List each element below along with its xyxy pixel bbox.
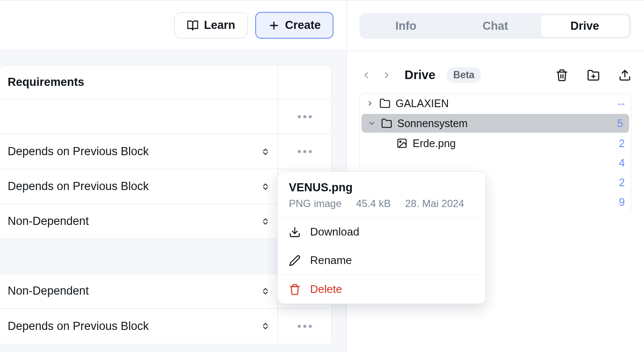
tree-item-count: 5 — [617, 117, 623, 130]
download-icon — [289, 226, 301, 238]
requirement-row: Depends on Previous Block — [0, 309, 331, 343]
requirement-label: Depends on Previous Block — [8, 180, 149, 193]
requirement-row — [0, 99, 331, 134]
svg-point-6 — [400, 141, 401, 142]
left-toolbar: Learn Create — [0, 0, 346, 51]
sort-icon[interactable] — [261, 146, 270, 157]
chevron-left-icon — [361, 70, 371, 80]
ctx-file-name: VENUS.png — [289, 181, 474, 194]
tree-item-count: -- — [618, 97, 625, 110]
nav-forward-button[interactable] — [380, 68, 393, 82]
tree-item-label: Sonnensystem — [397, 117, 467, 130]
tab-info[interactable]: Info — [362, 15, 450, 37]
ctx-download-label: Download — [310, 225, 359, 238]
trash-icon — [289, 284, 301, 295]
sort-icon[interactable] — [261, 321, 270, 332]
tree-folder[interactable]: GALAXIEN -- — [360, 94, 631, 113]
chevron-right-icon — [382, 70, 392, 80]
requirement-label: Depends on Previous Block — [8, 320, 149, 333]
chevron-right-icon — [366, 99, 374, 107]
more-icon — [298, 325, 312, 328]
tree-file[interactable]: 4 — [360, 153, 631, 173]
tree-folder[interactable]: Sonnensystem 5 — [362, 114, 629, 133]
ctx-delete-label: Delete — [310, 283, 342, 296]
tab-chat[interactable]: Chat — [451, 15, 539, 37]
tree-file[interactable]: Erde.png 2 — [360, 133, 631, 153]
right-tabs-wrap: Info Chat Drive — [347, 0, 644, 39]
tree-item-count: 9 — [619, 196, 625, 208]
nav-back-button[interactable] — [359, 68, 373, 82]
context-menu-header: VENUS.png PNG image 45.4 kB 28. Mai 2024 — [278, 172, 485, 218]
new-folder-button[interactable] — [587, 69, 600, 82]
more-icon — [298, 115, 312, 118]
requirements-header: Requirements — [0, 65, 331, 99]
learn-button[interactable]: Learn — [174, 12, 248, 38]
tab-drive[interactable]: Drive — [541, 15, 629, 37]
ctx-rename[interactable]: Rename — [278, 246, 485, 275]
requirement-label: Depends on Previous Block — [8, 145, 149, 158]
ctx-file-size: 45.4 kB — [356, 198, 390, 210]
beta-badge: Beta — [447, 67, 482, 83]
tree-item-count: 2 — [619, 137, 625, 150]
folder-icon — [379, 98, 390, 109]
context-menu: VENUS.png PNG image 45.4 kB 28. Mai 2024… — [277, 171, 486, 304]
book-icon — [187, 20, 199, 31]
requirement-label: Non-Dependent — [8, 215, 89, 228]
row-menu-button[interactable] — [278, 309, 331, 343]
tree-item-count: 4 — [619, 157, 625, 169]
row-menu-button[interactable] — [278, 134, 331, 169]
requirement-row: Depends on Previous Block — [0, 134, 331, 169]
upload-button[interactable] — [618, 69, 631, 82]
ctx-delete[interactable]: Delete — [278, 275, 485, 304]
segmented-tabs: Info Chat Drive — [359, 13, 631, 39]
pencil-icon — [289, 255, 301, 267]
tree-item-label: Erde.png — [413, 137, 456, 150]
sort-icon[interactable] — [261, 216, 270, 227]
create-button[interactable]: Create — [255, 12, 333, 39]
more-icon — [298, 150, 312, 153]
sort-icon[interactable] — [261, 286, 270, 297]
requirement-label: Non-Dependent — [8, 284, 89, 298]
row-menu-button[interactable] — [278, 99, 331, 134]
tree-item-label: GALAXIEN — [396, 97, 449, 110]
trash-button[interactable] — [556, 69, 568, 82]
ctx-download[interactable]: Download — [278, 218, 485, 246]
sort-icon[interactable] — [261, 181, 270, 192]
learn-label: Learn — [204, 19, 235, 32]
ctx-rename-label: Rename — [310, 254, 352, 267]
create-label: Create — [285, 19, 321, 32]
plus-icon — [268, 20, 280, 31]
drive-title: Drive — [405, 68, 436, 82]
ctx-file-date: 28. Mai 2024 — [405, 198, 464, 210]
chevron-down-icon — [368, 119, 376, 127]
ctx-file-type: PNG image — [289, 198, 342, 210]
drive-toolbar: Drive Beta — [347, 51, 644, 93]
folder-icon — [381, 118, 392, 129]
tree-item-count: 2 — [619, 176, 625, 189]
requirements-title: Requirements — [0, 76, 278, 89]
image-icon — [396, 138, 407, 149]
